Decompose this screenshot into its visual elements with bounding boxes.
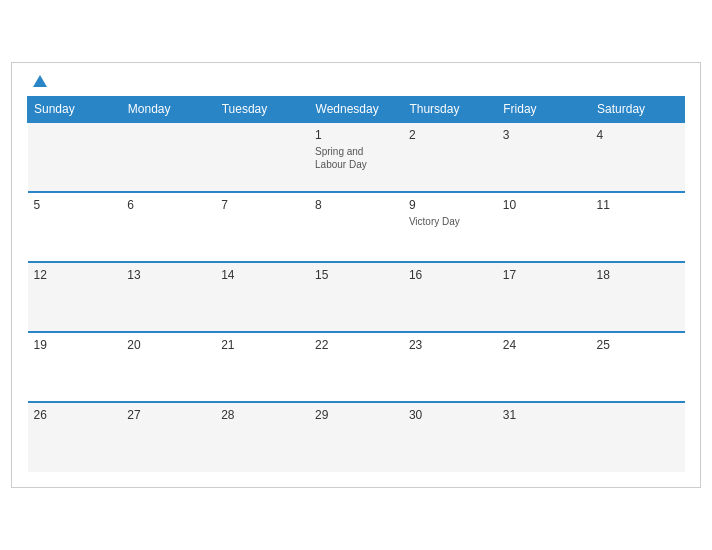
calendar-cell: 16: [403, 262, 497, 332]
weekday-header-row: SundayMondayTuesdayWednesdayThursdayFrid…: [28, 97, 685, 123]
calendar-cell: 28: [215, 402, 309, 472]
calendar-cell: 10: [497, 192, 591, 262]
day-number: 16: [409, 268, 491, 282]
day-number: 9: [409, 198, 491, 212]
week-row-5: 262728293031: [28, 402, 685, 472]
calendar-cell: 2: [403, 122, 497, 192]
calendar-cell: 12: [28, 262, 122, 332]
calendar-cell: 5: [28, 192, 122, 262]
week-row-4: 19202122232425: [28, 332, 685, 402]
calendar-cell: 4: [591, 122, 685, 192]
holiday-text: Victory Day: [409, 215, 491, 228]
day-number: 7: [221, 198, 303, 212]
calendar-cell: 22: [309, 332, 403, 402]
day-number: 31: [503, 408, 585, 422]
logo: [27, 73, 55, 88]
calendar-cell: 8: [309, 192, 403, 262]
weekday-header-sunday: Sunday: [28, 97, 122, 123]
weekday-header-tuesday: Tuesday: [215, 97, 309, 123]
day-number: 6: [127, 198, 209, 212]
day-number: 13: [127, 268, 209, 282]
weekday-header-thursday: Thursday: [403, 97, 497, 123]
day-number: 18: [597, 268, 679, 282]
calendar-cell: 1Spring and Labour Day: [309, 122, 403, 192]
weekday-header-saturday: Saturday: [591, 97, 685, 123]
calendar-cell: 20: [121, 332, 215, 402]
day-number: 10: [503, 198, 585, 212]
day-number: 5: [34, 198, 116, 212]
calendar-cell: 14: [215, 262, 309, 332]
day-number: 1: [315, 128, 397, 142]
day-number: 3: [503, 128, 585, 142]
week-row-2: 56789Victory Day1011: [28, 192, 685, 262]
day-number: 19: [34, 338, 116, 352]
day-number: 26: [34, 408, 116, 422]
calendar-cell: 19: [28, 332, 122, 402]
weekday-header-monday: Monday: [121, 97, 215, 123]
calendar-grid: SundayMondayTuesdayWednesdayThursdayFrid…: [27, 96, 685, 472]
day-number: 4: [597, 128, 679, 142]
calendar-cell: [121, 122, 215, 192]
holiday-text: Spring and Labour Day: [315, 145, 397, 171]
calendar-cell: 31: [497, 402, 591, 472]
calendar-cell: 23: [403, 332, 497, 402]
day-number: 11: [597, 198, 679, 212]
day-number: 17: [503, 268, 585, 282]
week-row-1: 1Spring and Labour Day234: [28, 122, 685, 192]
calendar-cell: [591, 402, 685, 472]
day-number: 14: [221, 268, 303, 282]
day-number: 24: [503, 338, 585, 352]
calendar-cell: [215, 122, 309, 192]
day-number: 28: [221, 408, 303, 422]
week-row-3: 12131415161718: [28, 262, 685, 332]
calendar-cell: 27: [121, 402, 215, 472]
calendar-cell: 3: [497, 122, 591, 192]
calendar-cell: 17: [497, 262, 591, 332]
logo-triangle-icon: [33, 75, 47, 87]
calendar-header: [27, 73, 685, 88]
calendar-container: SundayMondayTuesdayWednesdayThursdayFrid…: [11, 62, 701, 488]
day-number: 21: [221, 338, 303, 352]
day-number: 30: [409, 408, 491, 422]
calendar-cell: 25: [591, 332, 685, 402]
calendar-cell: 7: [215, 192, 309, 262]
day-number: 22: [315, 338, 397, 352]
calendar-cell: 15: [309, 262, 403, 332]
calendar-cell: 21: [215, 332, 309, 402]
day-number: 29: [315, 408, 397, 422]
calendar-cell: 26: [28, 402, 122, 472]
day-number: 27: [127, 408, 209, 422]
day-number: 12: [34, 268, 116, 282]
weekday-header-friday: Friday: [497, 97, 591, 123]
day-number: 2: [409, 128, 491, 142]
calendar-cell: 30: [403, 402, 497, 472]
day-number: 25: [597, 338, 679, 352]
calendar-cell: 6: [121, 192, 215, 262]
calendar-cell: 9Victory Day: [403, 192, 497, 262]
calendar-cell: 11: [591, 192, 685, 262]
calendar-cell: 29: [309, 402, 403, 472]
calendar-cell: 18: [591, 262, 685, 332]
day-number: 8: [315, 198, 397, 212]
day-number: 20: [127, 338, 209, 352]
day-number: 23: [409, 338, 491, 352]
day-number: 15: [315, 268, 397, 282]
weekday-header-wednesday: Wednesday: [309, 97, 403, 123]
calendar-cell: 24: [497, 332, 591, 402]
calendar-cell: [28, 122, 122, 192]
calendar-cell: 13: [121, 262, 215, 332]
